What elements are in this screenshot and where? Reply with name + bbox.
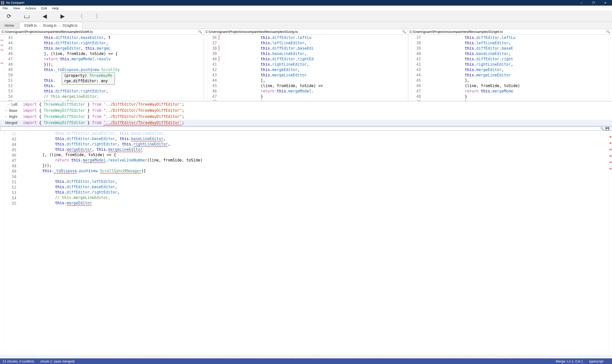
- filepath-left-text: C:\Users\gcann\Projects\nocompare\testfi…: [2, 30, 198, 34]
- find-icon[interactable]: 🔍: [600, 127, 605, 131]
- gutter-right: 37383940414243444546474849: [412, 35, 423, 101]
- diff-row-base: →Base import { ThreeWayDiffEditor } from…: [0, 107, 612, 114]
- gutter-orig: 36373839404142434445464748: [208, 35, 218, 101]
- tab-right-file: 01right.ts: [63, 23, 78, 28]
- refresh-button[interactable]: ⟳: [0, 11, 18, 21]
- menu-view[interactable]: View: [10, 6, 23, 10]
- status-current-chunk: chunk 1: (auto merged): [40, 359, 74, 363]
- menu-help[interactable]: Help: [49, 6, 61, 10]
- diff-line-comparison: →Left import { ThreeWayDiffEditor } from…: [0, 101, 612, 126]
- next-chunk-button[interactable]: 〉: [89, 11, 107, 21]
- whitespace-icon: ⌴: [24, 13, 30, 20]
- gutter-merged: 4243444546474849505152535455: [4, 131, 18, 355]
- tab-arrow-icon: ↔: [58, 24, 61, 28]
- tab-arrow-icon: ↔: [38, 24, 41, 28]
- diff-row-merged[interactable]: Merged import { ThreeWayDiffEditor } fro…: [0, 120, 612, 126]
- gutter-left: 43444546474849505152535455: [4, 35, 14, 101]
- diff-row-right: →Right import { ThreeWayDiffEditor } fro…: [0, 114, 612, 120]
- menubar: File View Actions Edit Help: [0, 6, 612, 11]
- status-bar: 11 chunks, 0 conflicts chunk 1: (auto me…: [0, 358, 612, 364]
- code-right[interactable]: this.diffEditor.leftLuthis.leftLineEdito…: [424, 35, 608, 101]
- filepath-orig-text: C:\Users\gcann\Projects\nocompare\testfi…: [206, 30, 402, 34]
- merged-footer-hatch: [0, 355, 612, 358]
- pane-left[interactable]: 43444546474849505152535455 this.diffEdit…: [0, 35, 204, 101]
- status-chunks: 11 chunks, 0 conflicts: [3, 359, 34, 363]
- code-line-right: import { ThreeWayDiffEditor } from "../D…: [20, 114, 612, 119]
- find-icon[interactable]: 🔍: [402, 30, 406, 34]
- menu-file[interactable]: File: [0, 6, 10, 10]
- toolbar: ⟳ ⌴ ◀ ▶ 〈 〉: [0, 11, 612, 21]
- label-left: Left: [11, 102, 17, 106]
- merged-editor[interactable]: 4243444546474849505152535455 this.diffEd…: [0, 131, 612, 355]
- status-cursor-pos[interactable]: Merge: Ln 1, Col 1: [556, 359, 583, 363]
- arrow-right-icon: →: [4, 109, 8, 113]
- filepath-right[interactable]: C:\Users\gcann\Projects\nocompare\testfi…: [408, 29, 612, 34]
- tab-orig-file: 01orig.ts: [43, 23, 57, 28]
- merge-input-bar[interactable]: 🔍 💾: [0, 126, 612, 131]
- caret-right-icon: ▶: [60, 13, 65, 20]
- minimap-right[interactable]: [408, 35, 412, 101]
- intellisense-tooltip: (property) ThreeWayMe rge.diffEditor: an…: [62, 72, 115, 85]
- maximize-button[interactable]: ❐: [588, 1, 599, 5]
- code-left[interactable]: this.diffEditor.baseEditor, tthis.diffEd…: [16, 35, 204, 101]
- tab-comparison[interactable]: 01left.ts↔01orig.ts↔01right.ts: [19, 22, 82, 29]
- find-icon[interactable]: 🔍: [606, 30, 610, 34]
- tab-home[interactable]: Home: [0, 22, 19, 29]
- status-language[interactable]: typescript: [589, 359, 603, 363]
- minimap-left[interactable]: [0, 35, 4, 101]
- code-line-base: import { ThreeWayDiffEditor } from "../D…: [20, 108, 612, 113]
- prev-chunk-button[interactable]: 〈: [71, 11, 89, 21]
- menu-edit[interactable]: Edit: [39, 6, 49, 10]
- code-merged[interactable]: this.diffEditor.baseEditor, this.baseLin…: [19, 131, 608, 355]
- menu-actions[interactable]: Actions: [23, 6, 39, 10]
- label-right: Right: [9, 115, 17, 119]
- filepath-left[interactable]: C:\Users\gcann\Projects\nocompare\testfi…: [0, 29, 204, 34]
- code-line-merged: import { ThreeWayDiffEditor } from '../D…: [20, 120, 612, 125]
- save-icon[interactable]: 💾: [605, 127, 610, 131]
- window-title: No Compare!: [6, 1, 24, 5]
- tab-bar: Home 01left.ts↔01orig.ts↔01right.ts: [0, 21, 612, 29]
- caret-left-icon: ◀: [43, 13, 47, 20]
- titlebar: No Compare! ─ ❐ ✕: [0, 0, 612, 6]
- minimap-orig[interactable]: [204, 35, 208, 101]
- whitespace-button[interactable]: ⌴: [18, 11, 36, 21]
- filepath-bar: C:\Users\gcann\Projects\nocompare\testfi…: [0, 29, 612, 35]
- code-orig[interactable]: this.diffEditor.leftLuthis.leftLineEdito…: [220, 35, 408, 101]
- minimize-button[interactable]: ─: [576, 1, 588, 4]
- diff-row-left: →Left import { ThreeWayDiffEditor } from…: [0, 101, 612, 107]
- pane-right[interactable]: 37383940414243444546474849 this.diffEdit…: [408, 35, 612, 101]
- minimap-merged-left[interactable]: [0, 131, 4, 355]
- next-diff-button[interactable]: ▶: [54, 11, 71, 21]
- three-way-diff: 43444546474849505152535455 this.diffEdit…: [0, 35, 612, 101]
- overview-ruler-merged[interactable]: [608, 131, 612, 355]
- refresh-icon: ⟳: [7, 13, 11, 20]
- filepath-right-text: C:\Users\gcann\Projects\nocompare\testfi…: [410, 30, 606, 34]
- label-merged: Merged: [5, 121, 17, 125]
- app-logo: [1, 1, 5, 5]
- filepath-orig[interactable]: C:\Users\gcann\Projects\nocompare\testfi…: [204, 29, 408, 34]
- pane-orig[interactable]: 36373839404142434445464748 this.diffEdit…: [204, 35, 408, 101]
- overview-ruler-right[interactable]: [608, 35, 612, 101]
- close-button[interactable]: ✕: [599, 1, 611, 5]
- find-icon[interactable]: 🔍: [198, 30, 202, 34]
- code-line-left: import { ThreeWayDiffEditor } from '../D…: [20, 102, 612, 107]
- chevron-left-icon: 〈: [78, 12, 83, 20]
- chevron-right-icon: 〉: [95, 12, 101, 20]
- arrow-right-icon: →: [4, 115, 7, 119]
- label-base: Base: [9, 109, 17, 113]
- tab-left-file: 01left.ts: [24, 23, 37, 28]
- prev-diff-button[interactable]: ◀: [36, 11, 54, 21]
- arrow-right-icon: →: [6, 102, 10, 106]
